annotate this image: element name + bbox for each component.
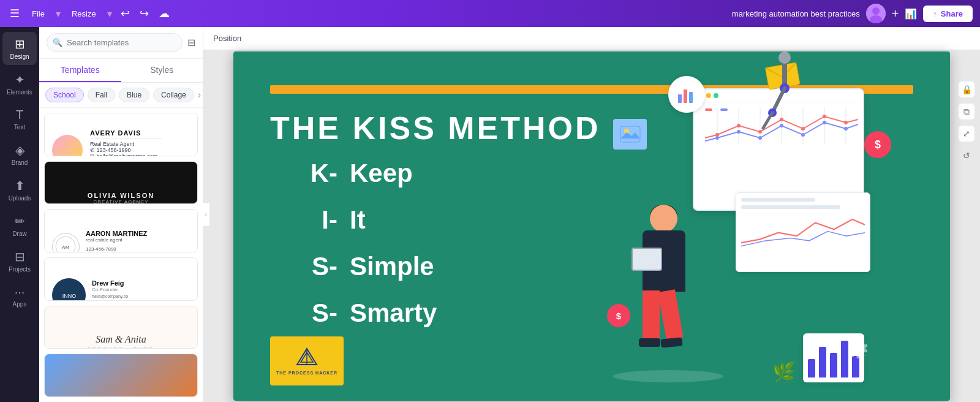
tag-collage[interactable]: Collage <box>153 88 194 102</box>
dollar-icon-2: $ <box>607 304 630 327</box>
bar-1 <box>808 359 815 377</box>
undo-icon[interactable]: ↩ <box>118 4 132 23</box>
sidebar-item-design[interactable]: ⊞ Design <box>2 32 37 65</box>
person-leg-left <box>643 290 660 339</box>
word-simple: Simple <box>350 252 434 281</box>
sidebar-item-label-brand: Brand <box>12 159 28 166</box>
dot-green <box>714 93 718 98</box>
letter-s2: S- <box>288 298 337 328</box>
canvas-area: Position 🔒 ⧉ ⤢ ↺ THE KISS METHOD K- <box>203 27 980 402</box>
template-preview-info: AARON MARTINEZ real estate agent 123-456… <box>86 230 147 252</box>
sidebar-item-label-text: Text <box>14 124 25 131</box>
templates-panel: 🔍 ⊟ Templates Styles School Fall Blue Co… <box>39 27 203 402</box>
project-name: marketing automation best practices <box>732 9 860 18</box>
sidebar-item-brand[interactable]: ◈ Brand <box>2 138 37 171</box>
list-item-s2: S- Smarty <box>288 298 437 328</box>
slide-logo: THE PROCESS HACKER <box>270 336 344 385</box>
left-sidebar: ⊞ Design ✦ Elements T Text ◈ Brand ⬆ Upl… <box>0 27 39 402</box>
person-shoe-left <box>639 338 660 347</box>
svg-point-26 <box>758 136 762 140</box>
image-icon <box>613 119 647 150</box>
template-card-hello-summer[interactable]: HELLO SUMMER <box>44 354 198 397</box>
add-collaborator-icon[interactable]: + <box>892 7 899 21</box>
expand-icon[interactable]: ⤢ <box>958 125 975 142</box>
svg-rect-35 <box>684 89 687 103</box>
draw-icon: ✏ <box>15 214 25 229</box>
svg-point-29 <box>823 121 826 124</box>
lock-icon[interactable]: 🔒 <box>958 81 975 98</box>
monitor2-line2 <box>741 205 840 209</box>
canvas-right-icons: 🔒 ⧉ ⤢ ↺ <box>958 81 975 164</box>
svg-rect-36 <box>689 92 693 103</box>
panel-tags: School Fall Blue Collage › <box>39 83 203 108</box>
svg-rect-32 <box>720 108 728 111</box>
bar-3 <box>830 353 837 377</box>
template-card-aaron-martinez[interactable]: AM AARON MARTINEZ real estate agent 123-… <box>44 209 198 252</box>
projects-icon: ⊟ <box>15 249 25 264</box>
sidebar-item-label-apps: Apps <box>13 301 27 308</box>
search-input[interactable] <box>47 33 183 52</box>
design-icon: ⊞ <box>15 37 25 51</box>
template-card-drew-feig[interactable]: INNO Drew Feig Co-Founder hello@company.… <box>44 257 198 301</box>
monitor2-line1 <box>741 198 815 202</box>
panel-collapse-handle[interactable]: ‹ <box>203 202 210 227</box>
tag-school[interactable]: School <box>45 88 84 102</box>
sidebar-item-uploads[interactable]: ⬆ Uploads <box>2 173 37 207</box>
person-head <box>650 205 677 232</box>
sidebar-item-label-elements: Elements <box>7 89 32 96</box>
svg-text:AM: AM <box>61 245 69 250</box>
template-preview-subtitle: CREATIVE AGENCY <box>94 199 149 204</box>
sidebar-item-apps[interactable]: ··· Apps <box>2 280 37 313</box>
search-icon: 🔍 <box>53 38 62 47</box>
svg-point-23 <box>844 121 848 124</box>
refresh-icon[interactable]: ↺ <box>958 147 975 164</box>
template-card-olivia-wilson[interactable]: OLIVIA WILSON CREATIVE AGENCY PRO <box>44 161 198 205</box>
tag-blue[interactable]: Blue <box>119 88 149 102</box>
share-button[interactable]: ↑ Share <box>923 6 973 22</box>
svg-point-18 <box>737 124 741 127</box>
tab-templates[interactable]: Templates <box>39 59 121 82</box>
text-icon: T <box>16 108 23 122</box>
panel-tabs: Templates Styles <box>39 59 203 83</box>
sidebar-item-label-uploads: Uploads <box>9 195 31 202</box>
filter-icon[interactable]: ⊟ <box>187 37 195 48</box>
svg-point-1 <box>872 7 880 15</box>
sidebar-item-label-projects: Projects <box>9 266 31 273</box>
letter-k: K- <box>288 159 337 188</box>
stats-icon[interactable]: 📊 <box>905 8 917 20</box>
template-card-sam-anita[interactable]: Sam & Anita FOREVER · EVER 🌿 <box>44 306 198 349</box>
slide-list: K- Keep I- It S- Simple S- Smarty <box>288 159 437 345</box>
tag-fall[interactable]: Fall <box>88 88 115 102</box>
tab-styles[interactable]: Styles <box>121 59 203 82</box>
word-keep: Keep <box>350 159 413 188</box>
svg-point-28 <box>801 133 805 137</box>
word-smarty: Smarty <box>350 298 437 328</box>
slide-canvas[interactable]: THE KISS METHOD K- Keep I- It S- Simple <box>233 51 950 401</box>
list-item-k: K- Keep <box>288 159 437 188</box>
word-it: It <box>350 205 366 235</box>
template-preview-text: AVERY DAVIS Real Estate Agent ✆ 123-456-… <box>90 129 162 156</box>
sidebar-item-text[interactable]: T Text <box>2 103 37 135</box>
template-card-avery-davis[interactable]: AVERY DAVIS Real Estate Agent ✆ 123-456-… <box>44 113 198 156</box>
apps-icon: ··· <box>15 285 25 299</box>
canvas-content[interactable]: 🔒 ⧉ ⤢ ↺ THE KISS METHOD K- Keep <box>203 50 980 402</box>
letter-s1: S- <box>288 252 337 281</box>
tags-more-icon[interactable]: › <box>198 89 201 100</box>
svg-rect-37 <box>620 126 640 142</box>
sidebar-item-label-design: Design <box>10 53 29 60</box>
sidebar-item-draw[interactable]: ✏ Draw <box>2 209 37 242</box>
sidebar-item-projects[interactable]: ⊟ Projects <box>2 245 37 278</box>
copy-icon[interactable]: ⧉ <box>958 103 975 120</box>
resize-button[interactable]: Resize <box>67 7 101 21</box>
menu-icon[interactable]: ☰ <box>7 4 22 23</box>
cloud-upload-icon[interactable]: ☁ <box>156 4 172 23</box>
canvas-topbar: Position <box>203 27 980 50</box>
elements-icon: ✦ <box>15 72 25 87</box>
person-shoe-right <box>660 338 682 348</box>
file-menu[interactable]: File <box>27 7 50 21</box>
sidebar-item-elements[interactable]: ✦ Elements <box>2 67 37 100</box>
redo-icon[interactable]: ↪ <box>137 4 151 23</box>
template-preview-logo: AM <box>52 233 80 252</box>
avatar[interactable] <box>866 4 886 23</box>
letter-i: I- <box>288 205 337 235</box>
